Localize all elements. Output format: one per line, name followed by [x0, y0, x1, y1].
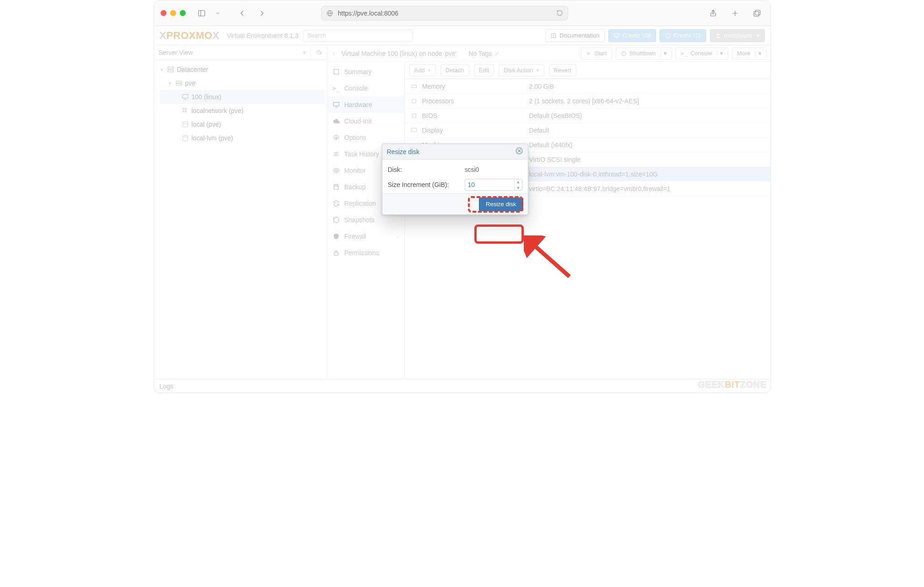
chevron-up-icon[interactable]: ▲	[515, 179, 522, 185]
add-button[interactable]: Add▾	[409, 64, 436, 76]
tabs-button[interactable]	[750, 7, 764, 19]
tree-vm[interactable]: 100 (linux)	[160, 90, 325, 104]
sidenav-label: Firewall	[344, 233, 366, 240]
tags-label: No Tags	[468, 50, 492, 57]
svg-rect-9	[754, 11, 759, 16]
more-button[interactable]: More▾	[732, 48, 767, 59]
new-tab-button[interactable]	[728, 7, 742, 19]
hw-row-processors[interactable]: Processors2 (1 sockets, 2 cores) [x86-64…	[405, 94, 770, 108]
tree-local[interactable]: local (pve)	[160, 117, 325, 131]
svg-point-29	[335, 137, 337, 139]
hw-key: Display	[422, 127, 443, 134]
chevron-down-icon[interactable]: ▾	[717, 50, 726, 57]
user-menu[interactable]: root@pam▾	[710, 29, 765, 42]
settings-button[interactable]	[311, 49, 327, 56]
hw-value: VirtIO SCSI single	[527, 156, 770, 163]
zoom-window-icon[interactable]	[180, 10, 186, 16]
topbar: XPROXMOX Virtual Environment 8.1.3 Searc…	[154, 26, 770, 45]
chip-icon	[410, 112, 418, 119]
chevron-down-icon[interactable]: ▾	[661, 50, 670, 57]
hw-key: Processors	[422, 97, 454, 105]
traffic-lights	[161, 10, 186, 16]
logo-text: PROXMO	[167, 30, 213, 42]
shutdown-label: Shutdown	[629, 50, 656, 57]
reload-icon[interactable]	[556, 10, 563, 16]
logo-x: X	[160, 30, 167, 42]
svg-rect-36	[411, 85, 416, 87]
svg-rect-10	[614, 33, 619, 37]
hw-value: 2 (1 sockets, 2 cores) [x86-64-v2-AES]	[527, 97, 770, 105]
sidenav: Summary >_Console Hardware Cloud-Init Op…	[327, 62, 405, 379]
hw-row-bios[interactable]: BIOSDefault (SeaBIOS)	[405, 108, 770, 123]
sidenav-hardware[interactable]: Hardware	[327, 96, 404, 113]
modal-header[interactable]: Resize disk	[382, 144, 528, 160]
sidenav-console[interactable]: >_Console	[327, 80, 404, 96]
detach-button[interactable]: Detach	[441, 64, 469, 76]
documentation-button[interactable]: Documentation	[545, 29, 604, 42]
svg-rect-22	[185, 110, 187, 112]
tree-localnetwork[interactable]: localnetwork (pve)	[160, 104, 325, 117]
close-window-icon[interactable]	[161, 10, 167, 16]
monitor-icon	[410, 127, 418, 134]
browser-window: https://pve.local:8006 XPROXMOX Virtual …	[154, 0, 771, 393]
forward-button[interactable]	[255, 7, 269, 19]
browser-chrome: https://pve.local:8006	[154, 0, 770, 26]
sidenav-label: Permissions	[344, 249, 379, 256]
collapse-icon[interactable]: ▾	[168, 80, 172, 86]
minimize-window-icon[interactable]	[170, 10, 176, 16]
chevron-right-icon: ›	[397, 234, 399, 239]
gear-icon	[315, 49, 322, 56]
svg-rect-34	[335, 185, 337, 186]
lock-icon	[333, 249, 340, 256]
view-selector[interactable]: Server View▾	[154, 45, 311, 59]
size-increment-field[interactable]: ▲▼	[465, 179, 522, 191]
tree-node[interactable]: ▾pve	[160, 76, 325, 90]
chevron-down-icon[interactable]	[215, 11, 220, 16]
tree-local-lvm[interactable]: local-lvm (pve)	[160, 131, 325, 145]
hw-row-display[interactable]: DisplayDefault	[405, 123, 770, 138]
search-input[interactable]: Search	[303, 30, 413, 42]
resize-disk-button[interactable]: Resize disk	[479, 197, 523, 211]
sidenav-summary[interactable]: Summary	[327, 64, 404, 80]
create-vm-button[interactable]: Create VM	[608, 29, 656, 42]
sidenav-label: Monitor	[344, 167, 366, 174]
terminal-icon: >_	[333, 85, 340, 92]
spinner[interactable]: ▲▼	[514, 179, 522, 191]
more-label: More	[737, 50, 751, 57]
console-button[interactable]: >_Console▾	[676, 48, 728, 59]
server-tree: ▾Datacenter ▾pve 100 (linux) localnetwor…	[154, 60, 327, 148]
revert-label: Revert	[554, 67, 571, 74]
disk-action-button[interactable]: Disk Action▾	[499, 64, 544, 76]
disk-field-value: scsi0	[465, 166, 522, 173]
book-icon	[333, 68, 340, 75]
create-ct-button[interactable]: Create CT	[660, 29, 706, 42]
add-label: Add	[414, 67, 425, 74]
close-button[interactable]	[515, 147, 523, 157]
share-button[interactable]	[706, 7, 720, 19]
hardware-panel: Add▾ Detach Edit Disk Action▾ Revert Mem…	[405, 62, 770, 379]
back-button[interactable]	[235, 7, 249, 19]
svg-rect-37	[412, 99, 416, 103]
shutdown-button[interactable]: Shutdown▾	[616, 48, 672, 59]
hw-row-memory[interactable]: Memory2.00 GiB	[405, 79, 770, 94]
sidebar-toggle-button[interactable]	[195, 7, 209, 19]
chevron-down-icon[interactable]: ▼	[515, 185, 522, 191]
edit-button[interactable]: Edit	[474, 64, 494, 76]
collapse-icon[interactable]: ▾	[160, 67, 164, 73]
url-bar[interactable]: https://pve.local:8006	[321, 6, 568, 21]
hw-value: Default	[527, 127, 770, 134]
sidenav-permissions[interactable]: Permissions	[327, 245, 404, 261]
sidenav-cloudinit[interactable]: Cloud-Init	[327, 113, 404, 129]
start-button[interactable]: Start	[581, 48, 612, 59]
tree-datacenter[interactable]: ▾Datacenter	[160, 63, 325, 76]
edit-label: Edit	[479, 67, 489, 74]
tags-box[interactable]: No Tags	[468, 50, 500, 57]
chevron-down-icon: ▾	[536, 67, 539, 74]
revert-button[interactable]: Revert	[549, 64, 576, 76]
sidenav-firewall[interactable]: Firewall›	[327, 228, 404, 245]
tree-label: local (pve)	[192, 121, 221, 128]
breadcrumb-back[interactable]: ‹	[331, 50, 337, 57]
left-head: Server View▾	[154, 45, 327, 60]
logs-footer[interactable]: Logs	[154, 379, 770, 393]
chevron-down-icon[interactable]: ▾	[755, 50, 764, 57]
